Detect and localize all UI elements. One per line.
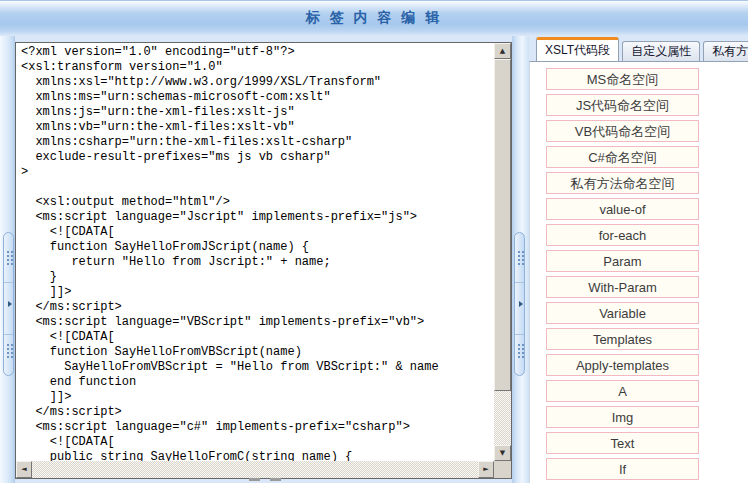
bottom-splitter-grip[interactable]: [249, 478, 293, 482]
snippet-panel-tabs: XSLT代码段自定义属性私有方法段: [536, 36, 748, 61]
middle-splitter-handle[interactable]: [514, 232, 525, 376]
editor-vertical-scrollbar[interactable]: ▲ ▼: [494, 43, 511, 461]
grip-dots-icon: [518, 251, 524, 266]
snippet-button[interactable]: Img: [546, 406, 699, 428]
tab-private-methods[interactable]: 私有方法段: [703, 41, 748, 61]
xslt-code-textarea[interactable]: <?xml version="1.0" encoding="utf-8"?> <…: [16, 43, 494, 461]
scroll-right-button[interactable]: ►: [478, 461, 494, 478]
grip-dash-icon: [270, 478, 281, 481]
grip-dots-icon: [518, 344, 524, 359]
snippet-button[interactable]: Text: [546, 432, 699, 454]
snippet-button[interactable]: If: [546, 458, 699, 480]
code-editor: <?xml version="1.0" encoding="utf-8"?> <…: [15, 42, 512, 479]
snippet-button[interactable]: JS代码命名空间: [546, 94, 699, 116]
snippet-button[interactable]: With-Param: [546, 276, 699, 298]
editor-horizontal-scrollbar[interactable]: ◄ ►: [16, 461, 494, 478]
header: 标 签 内 容 编 辑: [0, 1, 748, 35]
tag-content-edit-window: 标 签 内 容 编 辑 <?xml version="1.0" encoding…: [0, 0, 748, 483]
left-splitter-handle[interactable]: [3, 232, 14, 376]
page-title: 标 签 内 容 编 辑: [0, 1, 748, 34]
snippet-button[interactable]: VB代码命名空间: [546, 120, 699, 142]
tab-custom-attributes[interactable]: 自定义属性: [622, 41, 700, 61]
vertical-scroll-track[interactable]: [494, 59, 511, 445]
snippet-button[interactable]: Apply-templates: [546, 354, 699, 376]
scrollbar-corner: [494, 461, 511, 478]
snippet-button[interactable]: value-of: [546, 198, 699, 220]
snippet-button[interactable]: 私有方法命名空间: [546, 172, 699, 194]
snippet-button[interactable]: C#命名空间: [546, 146, 699, 168]
snippet-button[interactable]: A: [546, 380, 699, 402]
scroll-up-button[interactable]: ▲: [494, 43, 511, 59]
snippet-button[interactable]: for-each: [546, 224, 699, 246]
snippet-panel: XSLT代码段自定义属性私有方法段 MS命名空间JS代码命名空间VB代码命名空间…: [529, 36, 748, 483]
expand-right-arrow-icon[interactable]: [8, 301, 12, 307]
scroll-left-button[interactable]: ◄: [16, 461, 32, 478]
snippet-button[interactable]: Param: [546, 250, 699, 272]
snippet-tab-body: MS命名空间JS代码命名空间VB代码命名空间C#命名空间私有方法命名空间valu…: [529, 61, 748, 483]
left-splitter[interactable]: [0, 36, 15, 483]
grip-dots-icon: [7, 251, 13, 266]
grip-dots-icon: [7, 344, 13, 359]
tab-xslt-snippets[interactable]: XSLT代码段: [536, 37, 619, 61]
horizontal-scroll-track[interactable]: [32, 461, 478, 478]
scroll-down-button[interactable]: ▼: [494, 445, 511, 461]
snippet-button[interactable]: Variable: [546, 302, 699, 324]
grip-dash-icon: [249, 478, 260, 481]
snippet-button[interactable]: Templates: [546, 328, 699, 350]
expand-right-arrow-icon[interactable]: [519, 301, 523, 307]
vertical-scroll-thumb[interactable]: [494, 59, 511, 391]
snippet-button[interactable]: MS命名空间: [546, 68, 699, 90]
snippet-button-list: MS命名空间JS代码命名空间VB代码命名空间C#命名空间私有方法命名空间valu…: [546, 68, 699, 483]
middle-splitter[interactable]: [512, 36, 529, 483]
